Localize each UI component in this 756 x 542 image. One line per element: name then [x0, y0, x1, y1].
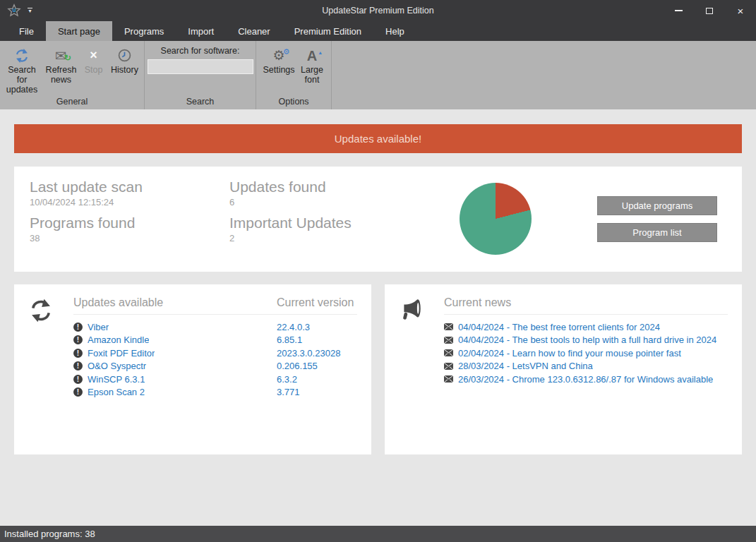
news-link-2[interactable]: 04/04/2024 - The best tools to help with…	[458, 335, 716, 345]
update-link-amazon-kindle[interactable]: Amazon Kindle	[88, 335, 149, 345]
window-title: UpdateStar Premium Edition	[155, 6, 601, 16]
envelope-icon	[444, 363, 453, 370]
tab-import[interactable]: Import	[176, 21, 226, 41]
settings-button[interactable]: ⚙⚙ Settings	[260, 41, 297, 97]
news-link-4[interactable]: 28/03/2024 - LetsVPN and China	[458, 361, 593, 371]
titlebar: u ▾ UpdateStar Premium Edition ×	[0, 0, 756, 21]
news-link-3[interactable]: 02/04/2024 - Learn how to find your mous…	[458, 348, 681, 359]
stat-updates-found: Updates found 6	[229, 178, 429, 207]
exclamation-icon: !	[73, 323, 83, 332]
news-link-1[interactable]: 04/04/2024 - The best free torrent clien…	[458, 322, 660, 332]
version-value: 6.3.2	[277, 374, 297, 385]
maximize-button[interactable]	[694, 0, 725, 21]
news-link-5[interactable]: 26/03/2024 - Chrome 123.0.6312.86/.87 fo…	[458, 374, 713, 385]
update-row: ! Foxit PDF Editor 2023.3.0.23028	[73, 347, 357, 360]
sync-icon	[14, 48, 30, 64]
update-link-viber[interactable]: Viber	[88, 322, 109, 332]
history-label: History	[111, 65, 138, 75]
updatestar-logo-icon: u	[6, 3, 22, 18]
news-row: 04/04/2024 - The best tools to help with…	[444, 334, 728, 347]
minimize-icon	[675, 10, 683, 11]
ribbon-group-options: ⚙⚙ Settings A▲ Large font Options	[256, 41, 332, 109]
version-value: 2023.3.0.23028	[277, 348, 340, 359]
news-list: 04/04/2024 - The best free torrent clien…	[444, 320, 728, 386]
ribbon-group-general: Search for updates ✉↻ Refresh news × Sto…	[0, 41, 145, 109]
updates-panel-title: Updates available	[73, 296, 277, 309]
large-font-icon: A▲	[307, 49, 317, 63]
updates-list: ! Viber 22.4.0.3 ! Amazon Kindle 6.85.1 …	[73, 320, 357, 399]
summary-actions: Update programs Program list	[597, 178, 717, 272]
version-value: 22.4.0.3	[277, 322, 310, 332]
envelope-icon	[444, 349, 453, 356]
ribbon-group-options-caption: Options	[256, 97, 331, 109]
status-bar: Installed programs: 38	[0, 526, 756, 542]
update-row: ! WinSCP 6.3.1 6.3.2	[73, 373, 357, 386]
update-link-oo-syspectr[interactable]: O&O Syspectr	[88, 361, 146, 371]
exclamation-icon: !	[73, 387, 83, 397]
close-button[interactable]: ×	[725, 0, 756, 21]
news-row: 26/03/2024 - Chrome 123.0.6312.86/.87 fo…	[444, 373, 728, 386]
update-row: ! O&O Syspectr 0.206.155	[73, 360, 357, 373]
ribbon-group-general-caption: General	[0, 97, 144, 109]
search-software-input[interactable]	[148, 59, 253, 74]
tab-help[interactable]: Help	[373, 21, 416, 41]
large-font-button[interactable]: A▲ Large font	[297, 41, 327, 97]
menu-bar: File Start page Programs Import Cleaner …	[0, 21, 756, 41]
current-news-panel: Current news 04/04/2024 - The best free …	[385, 284, 742, 454]
clock-icon	[117, 48, 132, 63]
version-value: 0.206.155	[277, 361, 318, 371]
minimize-button[interactable]	[663, 0, 694, 21]
news-row: 04/04/2024 - The best free torrent clien…	[444, 320, 728, 334]
maximize-icon	[706, 8, 713, 14]
summary-panel: Last update scan 10/04/2024 12:15:24 Upd…	[14, 167, 742, 272]
stat-important-updates: Important Updates 2	[229, 214, 429, 243]
stop-label: Stop	[85, 65, 103, 75]
ribbon: Search for updates ✉↻ Refresh news × Sto…	[0, 41, 756, 109]
tab-file[interactable]: File	[7, 21, 46, 41]
update-link-foxit-pdf-editor[interactable]: Foxit PDF Editor	[88, 348, 155, 359]
stop-x-icon: ×	[90, 48, 97, 63]
mail-sync-icon: ✉↻	[55, 49, 67, 63]
content-area: Updates available! Last update scan 10/0…	[0, 124, 756, 541]
envelope-icon	[444, 375, 453, 383]
envelope-icon	[444, 337, 453, 344]
tab-programs[interactable]: Programs	[112, 21, 176, 41]
tab-start-page[interactable]: Start page	[46, 21, 112, 41]
quick-access-dropdown-icon[interactable]: ▾	[28, 8, 32, 14]
ribbon-group-search: Search for software: Search	[145, 41, 256, 109]
stat-last-update-scan: Last update scan 10/04/2024 12:15:24	[30, 178, 229, 207]
update-row: ! Amazon Kindle 6.85.1	[73, 334, 357, 347]
news-row: 28/03/2024 - LetsVPN and China	[444, 360, 728, 373]
version-value: 6.85.1	[277, 335, 302, 345]
update-row: ! Viber 22.4.0.3	[73, 320, 357, 334]
tab-premium-edition[interactable]: Premium Edition	[282, 21, 373, 41]
search-for-updates-button[interactable]: Search for updates	[2, 41, 42, 97]
refresh-news-button[interactable]: ✉↻ Refresh news	[42, 41, 80, 97]
program-list-button[interactable]: Program list	[597, 223, 717, 242]
svg-text:u: u	[12, 7, 16, 13]
search-for-software-label: Search for software:	[161, 46, 240, 56]
stop-button: × Stop	[80, 41, 107, 97]
stat-programs-found: Programs found 38	[30, 214, 229, 243]
ribbon-group-search-caption: Search	[145, 97, 256, 109]
large-font-label: Large font	[297, 65, 327, 85]
refresh-news-label: Refresh news	[42, 65, 80, 85]
settings-label: Settings	[263, 65, 294, 75]
sync-icon	[28, 298, 54, 323]
update-programs-button[interactable]: Update programs	[597, 196, 717, 215]
updates-available-banner: Updates available!	[14, 124, 742, 153]
version-value: 3.771	[277, 387, 300, 397]
megaphone-icon	[399, 298, 426, 322]
close-icon: ×	[738, 6, 744, 16]
banner-text: Updates available!	[335, 133, 421, 145]
tab-cleaner[interactable]: Cleaner	[226, 21, 282, 41]
news-row: 02/04/2024 - Learn how to find your mous…	[444, 347, 728, 360]
summary-stats: Last update scan 10/04/2024 12:15:24 Upd…	[30, 178, 429, 272]
update-pie-chart	[460, 183, 532, 255]
update-link-winscp[interactable]: WinSCP 6.3.1	[88, 374, 145, 385]
search-for-updates-label: Search for updates	[2, 65, 42, 95]
updates-available-panel: Updates available Current version ! Vibe…	[14, 284, 371, 454]
update-link-epson-scan-2[interactable]: Epson Scan 2	[88, 387, 145, 397]
update-row: ! Epson Scan 2 3.771	[73, 386, 357, 399]
history-button[interactable]: History	[107, 41, 143, 97]
